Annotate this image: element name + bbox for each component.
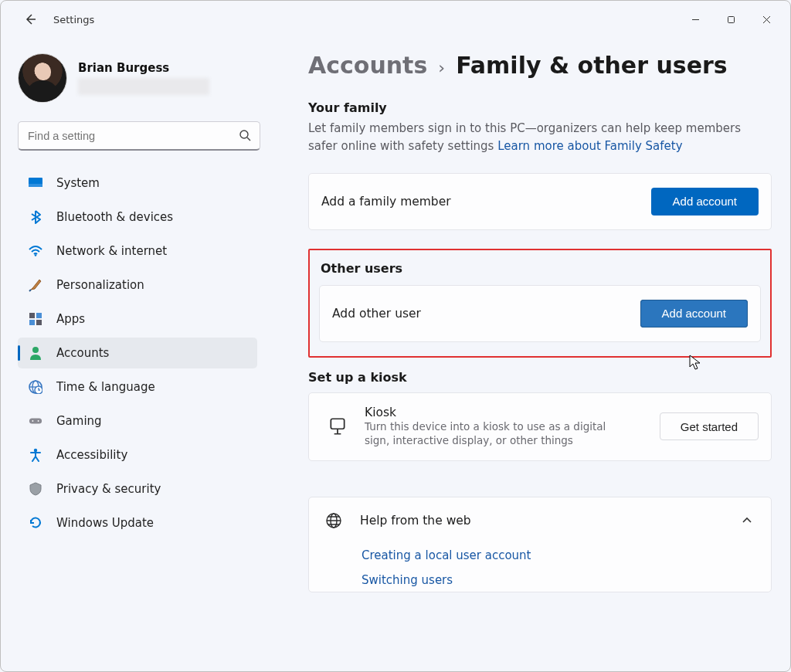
page-title: Family & other users	[456, 52, 728, 79]
sidebar-item-label: Gaming	[56, 414, 102, 428]
sidebar-item-label: Personalization	[56, 278, 144, 292]
sidebar-item-label: Apps	[56, 312, 85, 326]
maximize-icon	[727, 15, 735, 24]
user-name: Brian Burgess	[78, 61, 209, 75]
other-users-highlight: Other users Add other user Add account	[308, 249, 772, 358]
close-icon	[762, 15, 771, 24]
sidebar-item-label: Privacy & security	[56, 482, 161, 496]
other-users-section-title: Other users	[321, 261, 761, 276]
svg-rect-13	[29, 418, 42, 423]
kiosk-icon	[328, 416, 348, 436]
window-controls	[677, 7, 784, 32]
svg-rect-3	[29, 184, 42, 187]
gaming-icon	[29, 414, 42, 428]
sidebar-nav: System Bluetooth & devices Network & int…	[18, 168, 259, 538]
sidebar-item-gaming[interactable]: Gaming	[18, 406, 257, 436]
add-family-member-label: Add a family member	[321, 195, 451, 209]
accounts-icon	[29, 346, 42, 360]
globe-icon	[324, 511, 343, 530]
help-title: Help from the web	[360, 514, 471, 528]
user-profile[interactable]: Brian Burgess	[18, 53, 259, 103]
sidebar-item-label: Time & language	[56, 380, 155, 394]
add-other-user-label: Add other user	[332, 307, 421, 321]
kiosk-get-started-button[interactable]: Get started	[660, 412, 759, 440]
titlebar: Settings	[1, 1, 790, 38]
sidebar-item-label: System	[56, 176, 100, 190]
family-section-title: Your family	[308, 100, 772, 115]
search-wrap	[18, 121, 260, 151]
time-language-icon	[29, 380, 42, 394]
help-link-create-local-user[interactable]: Creating a local user account	[362, 548, 755, 562]
svg-point-15	[38, 420, 39, 422]
minimize-icon	[691, 15, 700, 24]
sidebar-item-privacy[interactable]: Privacy & security	[18, 473, 257, 504]
svg-rect-17	[331, 419, 344, 429]
search-input[interactable]	[18, 121, 260, 151]
sidebar-item-label: Network & internet	[56, 244, 167, 258]
help-link-switching-users[interactable]: Switching users	[362, 573, 755, 587]
maximize-button[interactable]	[713, 7, 749, 32]
minimize-button[interactable]	[677, 7, 713, 32]
window-title: Settings	[53, 14, 94, 25]
sidebar-item-bluetooth[interactable]: Bluetooth & devices	[18, 202, 257, 232]
sidebar-item-time-language[interactable]: Time & language	[18, 372, 257, 402]
svg-rect-5	[29, 313, 35, 318]
chevron-up-icon	[742, 515, 752, 526]
sidebar-item-apps[interactable]: Apps	[18, 304, 257, 334]
sidebar-item-label: Windows Update	[56, 516, 154, 530]
svg-point-16	[34, 449, 37, 452]
add-family-member-card: Add a family member Add account	[308, 173, 772, 230]
accessibility-icon	[29, 448, 42, 462]
search-icon	[239, 129, 251, 141]
update-icon	[29, 516, 42, 530]
sidebar-item-windows-update[interactable]: Windows Update	[18, 507, 257, 538]
kiosk-title: Kiosk	[365, 406, 620, 419]
family-learn-more-link[interactable]: Learn more about Family Safety	[497, 139, 682, 153]
help-links: Creating a local user account Switching …	[309, 544, 771, 592]
help-expander-header[interactable]: Help from the web	[309, 497, 771, 544]
kiosk-card[interactable]: Kiosk Turn this device into a kiosk to u…	[308, 392, 772, 462]
shield-icon	[29, 482, 42, 496]
kiosk-subtitle: Turn this device into a kiosk to use as …	[365, 419, 620, 449]
breadcrumb-parent[interactable]: Accounts	[308, 52, 427, 79]
sidebar-item-system[interactable]: System	[18, 168, 257, 199]
family-section-desc: Let family members sign in to this PC—or…	[308, 120, 772, 156]
bluetooth-icon	[29, 210, 42, 224]
sidebar-item-label: Accounts	[56, 346, 109, 360]
svg-rect-8	[36, 320, 42, 325]
user-email-redacted	[78, 78, 209, 95]
close-button[interactable]	[749, 7, 784, 32]
add-other-user-card: Add other user Add account	[319, 285, 761, 342]
kiosk-section-title: Set up a kiosk	[308, 370, 772, 385]
sidebar-item-accessibility[interactable]: Accessibility	[18, 440, 257, 470]
add-other-account-button[interactable]: Add account	[640, 300, 748, 328]
sidebar-item-accounts[interactable]: Accounts	[18, 338, 257, 368]
apps-icon	[29, 312, 42, 326]
avatar	[18, 53, 67, 103]
help-card: Help from the web Creating a local user …	[308, 497, 772, 592]
chevron-right-icon: ›	[438, 58, 445, 77]
svg-rect-6	[36, 313, 42, 318]
sidebar-item-personalization[interactable]: Personalization	[18, 270, 257, 300]
sidebar-item-label: Accessibility	[56, 448, 127, 462]
sidebar-item-label: Bluetooth & devices	[56, 210, 173, 224]
svg-point-1	[240, 131, 248, 138]
svg-rect-7	[29, 320, 35, 325]
wifi-icon	[29, 244, 42, 258]
svg-point-9	[32, 347, 39, 353]
main-content: Accounts › Family & other users Your fam…	[263, 38, 790, 672]
svg-point-14	[32, 420, 34, 422]
svg-rect-0	[728, 16, 734, 22]
arrow-left-icon	[24, 13, 36, 25]
back-button[interactable]	[18, 7, 42, 32]
system-icon	[29, 176, 42, 190]
add-family-account-button[interactable]: Add account	[651, 188, 759, 216]
svg-point-4	[35, 254, 37, 256]
breadcrumb: Accounts › Family & other users	[308, 52, 772, 79]
sidebar-item-network[interactable]: Network & internet	[18, 236, 257, 266]
sidebar: Brian Burgess System Bluetooth & devi	[1, 38, 263, 672]
paintbrush-icon	[29, 278, 42, 292]
